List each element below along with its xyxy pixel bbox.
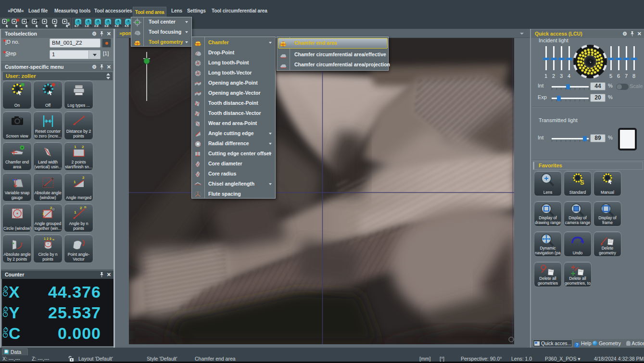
svg-text:4.5: 4.5 [125, 25, 129, 27]
svg-text:2.0: 2.0 [94, 25, 99, 27]
svg-text:n: n [84, 205, 86, 209]
svg-text:n: n [52, 238, 54, 241]
svg-text:1: 1 [74, 210, 76, 214]
svg-text:0.7: 0.7 [75, 25, 79, 27]
svg-text:1: 1 [42, 212, 45, 216]
svg-text:1: 1 [74, 145, 76, 149]
svg-text:2: 2 [50, 206, 52, 210]
svg-text:2: 2 [80, 206, 82, 210]
svg-text:1 2 3: 1 2 3 [44, 237, 51, 240]
svg-text:2: 2 [82, 175, 85, 180]
svg-text:1: 1 [74, 180, 76, 184]
svg-text:2: 2 [82, 145, 84, 149]
svg-text:4.0: 4.0 [114, 25, 119, 27]
svg-text:3.0: 3.0 [104, 25, 109, 27]
svg-text:1.0: 1.0 [85, 25, 89, 27]
svg-text:S: S [580, 179, 584, 186]
